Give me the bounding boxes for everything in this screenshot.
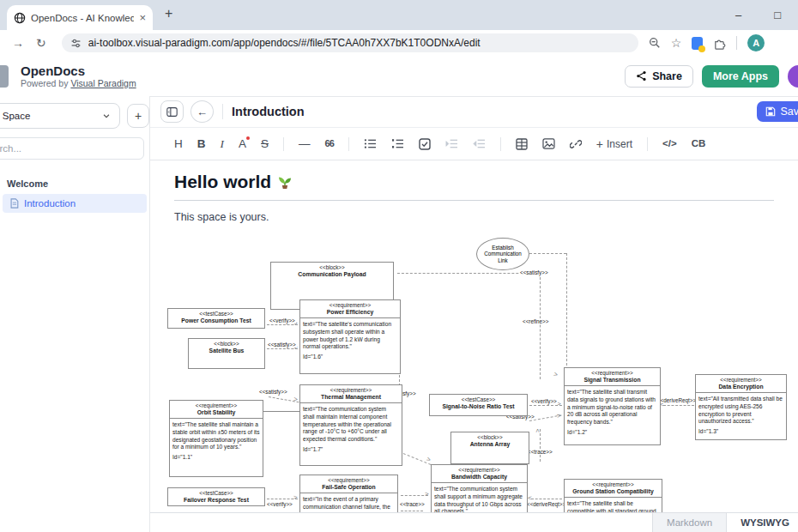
vp-logo: [0, 65, 9, 88]
save-floppy-icon: [765, 106, 776, 117]
browser-window: OpenDocs - AI Knowledge Base × + – □ → ↻…: [0, 0, 798, 532]
bullet-list-button[interactable]: [364, 138, 377, 149]
code-block-button[interactable]: </>: [662, 139, 677, 149]
relation-label: <<trace>>: [399, 501, 426, 507]
connector-line: [529, 253, 566, 254]
tab-markdown[interactable]: Markdown: [652, 513, 726, 532]
link-button[interactable]: [570, 138, 582, 150]
relation-label: <<deriveReqt>>: [526, 501, 566, 507]
image-icon: [542, 138, 555, 149]
requirement-thermal-management: <<requirement>>Thermal Management text="…: [299, 384, 402, 466]
outdent-button[interactable]: [473, 138, 486, 149]
indent-button[interactable]: [445, 138, 458, 149]
forward-icon[interactable]: →: [12, 36, 24, 50]
document-icon: [9, 198, 19, 209]
connector-line: [663, 405, 694, 406]
bookmark-star-icon[interactable]: ☆: [671, 36, 682, 50]
relation-label: <<verify>>: [266, 501, 293, 507]
powered-by: Powered by Visual Paradigm: [21, 78, 136, 88]
sidebar: ault Space + Welcome Introduction: [0, 96, 150, 532]
requirement-power-efficiency: <<requirement>>Power Efficiency text="Th…: [299, 299, 401, 374]
page-title: Introduction: [232, 105, 305, 118]
connector-line: [540, 273, 541, 379]
editor: ← Introduction Save H B I A S — 66: [150, 96, 798, 532]
reload-icon[interactable]: ↻: [36, 36, 46, 50]
bold-button[interactable]: B: [197, 138, 206, 150]
url-text: ai-toolbox.visual-paradigm.com/app/opend…: [88, 37, 481, 49]
link-icon: [570, 138, 582, 150]
zoom-out-icon[interactable]: [649, 37, 661, 49]
relation-label: <<verify>>: [269, 317, 296, 323]
cb-button[interactable]: CB: [692, 139, 706, 149]
blockquote-button[interactable]: 66: [325, 139, 334, 148]
table-button[interactable]: [516, 138, 528, 150]
numbered-list-button[interactable]: [391, 138, 404, 149]
extension-doc-icon[interactable]: [692, 37, 703, 50]
text-color-button[interactable]: A: [239, 138, 246, 150]
divider: [647, 137, 648, 151]
save-button[interactable]: Save: [757, 101, 798, 122]
horizontal-rule-button[interactable]: —: [299, 138, 311, 150]
relation-label: <<verify>>: [530, 398, 558, 404]
browser-toolbar: → ↻ ai-toolbox.visual-paradigm.com/app/o…: [0, 30, 798, 57]
maximize-window-button[interactable]: □: [774, 9, 781, 21]
space-selector[interactable]: ault Space: [0, 103, 120, 129]
task-list-button[interactable]: [419, 138, 431, 150]
indent-icon: [445, 138, 458, 149]
toggle-sidebar-button[interactable]: [160, 100, 184, 123]
divider: [348, 137, 349, 151]
share-button[interactable]: Share: [625, 65, 693, 88]
block-antenna-array: <<block>>Antenna Array: [450, 432, 529, 464]
document-body-text: This space is yours.: [174, 211, 774, 223]
app-name: OpenDocs: [21, 63, 136, 78]
browser-tab[interactable]: OpenDocs - AI Knowledge Base ×: [7, 5, 153, 30]
requirement-fail-safe-operation: <<requirement>>Fail-Safe Operation text=…: [299, 475, 398, 512]
connector-line: [540, 429, 541, 462]
sidebar-item-label: Introduction: [24, 198, 76, 209]
connector-line: [531, 499, 562, 499]
requirement-bandwidth-capacity: <<requirement>>Bandwidth Capacity text="…: [431, 464, 528, 512]
relation-label: <<trace>>: [527, 449, 553, 455]
relation-label: <<satisfy>>: [519, 269, 549, 275]
italic-button[interactable]: I: [221, 138, 225, 150]
editor-header: ← Introduction Save: [150, 96, 798, 128]
document-canvas[interactable]: Hello world This space is yours.: [150, 160, 798, 512]
testcase-power-consumption-test: <<testCase>>Power Consumption Test: [167, 308, 265, 329]
requirement-diagram-image[interactable]: > > > > > > > > > > > > ⊕ <<satisfy>> <<…: [152, 228, 797, 512]
relation-label: <<satisfy>>: [267, 342, 297, 348]
connector-line: [401, 511, 423, 511]
usecase-establish-communication-link: Establish Communication Link: [476, 238, 529, 270]
image-button[interactable]: [542, 138, 555, 149]
new-tab-button[interactable]: +: [165, 6, 172, 21]
arrowhead: >: [556, 413, 561, 420]
search-input[interactable]: [0, 137, 144, 160]
tab-wysiwyg[interactable]: WYSIWYG: [726, 513, 798, 532]
address-bar[interactable]: ai-toolbox.visual-paradigm.com/app/opend…: [62, 33, 638, 52]
strikethrough-button[interactable]: S: [261, 138, 269, 150]
arrowhead: >: [528, 494, 532, 501]
user-avatar[interactable]: [788, 65, 798, 88]
add-space-button[interactable]: +: [127, 104, 149, 128]
back-button[interactable]: ←: [190, 100, 214, 123]
table-icon: [516, 138, 528, 150]
chevron-down-icon: [102, 112, 111, 120]
arrowhead: >: [293, 396, 298, 404]
connector-line: [566, 253, 567, 366]
sidebar-item-introduction[interactable]: Introduction: [3, 194, 147, 213]
visual-paradigm-link[interactable]: Visual Paradigm: [70, 78, 136, 88]
arrowhead: >: [553, 371, 559, 378]
relation-label: <<deriveReqt>>: [656, 397, 697, 403]
bullet-list-icon: [364, 138, 377, 149]
globe-favicon-icon: [14, 12, 26, 24]
browser-profile-avatar[interactable]: A: [747, 34, 765, 51]
heading-button[interactable]: H: [174, 138, 183, 150]
document-heading: Hello world: [174, 172, 774, 201]
minimize-window-button[interactable]: –: [735, 9, 741, 21]
color-dot: [246, 136, 250, 140]
close-tab-icon[interactable]: ×: [139, 11, 146, 24]
extensions-puzzle-icon[interactable]: [713, 37, 726, 50]
requirement-data-encryption: <<requirement>>Data Encryption text="All…: [695, 374, 787, 440]
numbered-list-icon: [391, 138, 404, 149]
more-apps-button[interactable]: More Apps: [702, 65, 779, 88]
insert-button[interactable]: +Insert: [596, 137, 632, 151]
